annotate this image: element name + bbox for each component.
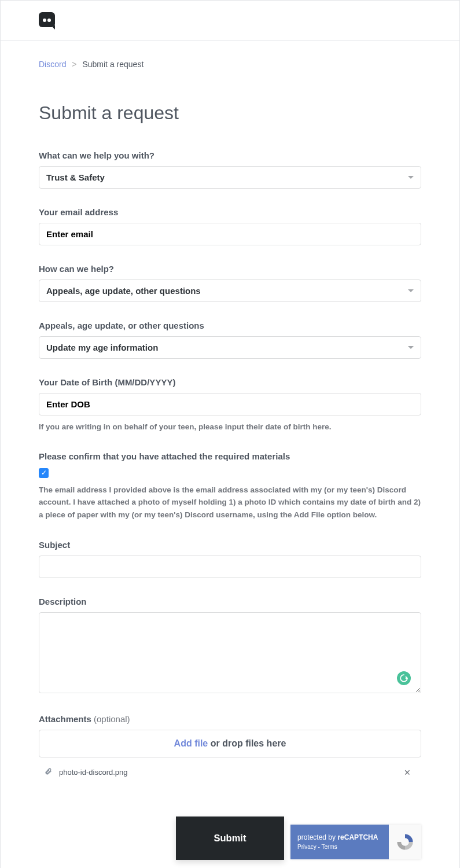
recaptcha-terms-link[interactable]: Terms [322, 844, 337, 850]
dob-input[interactable] [39, 393, 421, 415]
breadcrumb-link-discord[interactable]: Discord [39, 60, 66, 69]
label-subject: Subject [39, 540, 421, 550]
page-title: Submit a request [39, 102, 421, 124]
label-help-with: What can we help you with? [39, 150, 421, 160]
attachments-dropzone[interactable]: Add file or drop files here [39, 730, 421, 757]
label-description: Description [39, 597, 421, 606]
breadcrumb-current: Submit a request [82, 60, 143, 69]
select-how-help[interactable]: Appeals, age update, other questions [39, 279, 421, 302]
select-how-help-value: Appeals, age update, other questions [46, 286, 201, 296]
check-icon: ✓ [41, 469, 47, 476]
submit-button[interactable]: Submit [176, 816, 285, 860]
header-bar [1, 1, 459, 41]
label-how-help: How can we help? [39, 264, 421, 274]
select-help-with-value: Trust & Safety [46, 172, 105, 182]
breadcrumb-separator: > [72, 60, 76, 69]
svg-point-1 [43, 19, 46, 22]
remove-attachment-button[interactable]: ✕ [399, 766, 415, 779]
attachment-row: photo-id-discord.png ✕ [39, 761, 421, 784]
discord-logo-icon[interactable] [39, 12, 56, 30]
chevron-down-icon [408, 176, 414, 179]
drop-hint: or drop files here [208, 738, 286, 748]
select-appeals-value: Update my age information [46, 343, 158, 352]
recaptcha-privacy-link[interactable]: Privacy [297, 844, 317, 850]
label-email: Your email address [39, 207, 421, 217]
description-textarea[interactable] [39, 612, 421, 693]
label-attachments: Attachments (optional) [39, 714, 421, 724]
recaptcha-logo-icon [389, 825, 421, 859]
subject-input[interactable] [39, 556, 421, 578]
confirm-checkbox[interactable]: ✓ [39, 468, 49, 478]
recaptcha-text: protected by reCAPTCHA Privacy - Terms [290, 825, 389, 859]
dob-help-text: If you are writing in on behalf of your … [39, 421, 421, 433]
grammarly-icon[interactable] [397, 671, 411, 685]
chevron-down-icon [408, 346, 414, 349]
svg-point-2 [47, 19, 51, 22]
chevron-down-icon [408, 289, 414, 292]
attachment-filename: photo-id-discord.png [59, 768, 399, 777]
add-file-link[interactable]: Add file [174, 738, 208, 748]
svg-rect-0 [39, 12, 55, 27]
label-appeals: Appeals, age update, or other questions [39, 321, 421, 330]
email-input[interactable] [39, 223, 421, 245]
label-dob: Your Date of Birth (MM/DD/YYYY) [39, 377, 421, 387]
paperclip-icon [45, 767, 52, 778]
select-help-with[interactable]: Trust & Safety [39, 166, 421, 189]
select-appeals[interactable]: Update my age information [39, 336, 421, 359]
label-confirm: Please confirm that you have attached th… [39, 451, 421, 461]
confirm-description: The email address I provided above is th… [39, 484, 421, 521]
recaptcha-badge: protected by reCAPTCHA Privacy - Terms [290, 825, 421, 859]
breadcrumb: Discord > Submit a request [39, 60, 421, 69]
